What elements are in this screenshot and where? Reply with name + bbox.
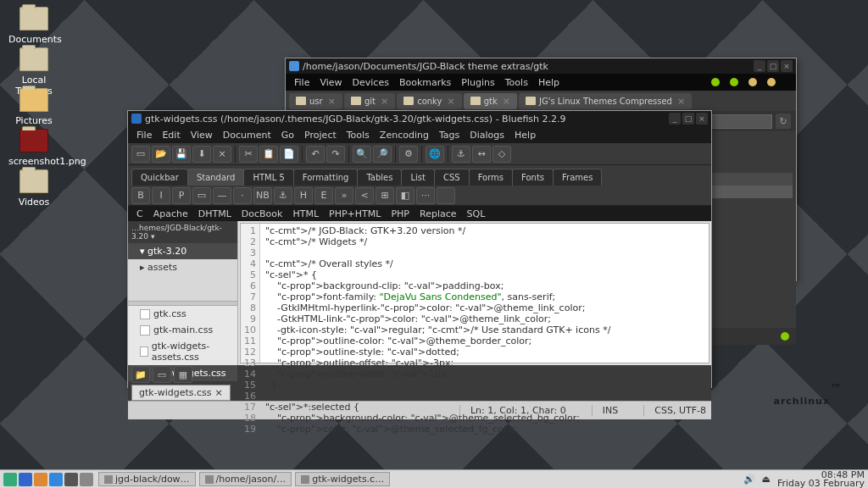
toolbar-button[interactable]: 📄 [280, 146, 298, 163]
toolbar-button[interactable]: ✂ [239, 146, 258, 163]
file-manager-menubar[interactable]: FileViewDevicesBookmarksPluginsToolsHelp [286, 74, 796, 91]
lang-bar[interactable]: CApacheDHTMLDocBookHTMLPHP+HTMLPHPReplac… [128, 206, 711, 221]
folder-tabs[interactable]: usr×git×conky×gtk×JG's Linux Themes Comp… [286, 91, 796, 111]
folder-tab[interactable]: JG's Linux Themes Compressed× [519, 93, 692, 109]
tab-standard[interactable]: Standard [187, 169, 245, 186]
tab-css[interactable]: CSS [434, 169, 470, 186]
lang-tab[interactable]: SQL [462, 208, 491, 219]
desktop-icon[interactable]: screenshot1.png [8, 129, 59, 167]
main-toolbar[interactable]: ▭📂💾⬇×✂📋📄↶↷🔍🔎⚙🌐⚓↔◇ [128, 143, 711, 165]
toolbar-button[interactable]: ↷ [326, 146, 345, 163]
tab-fonts[interactable]: Fonts [512, 169, 554, 186]
lang-tab[interactable]: PHP+HTML [324, 208, 386, 219]
path-crumb[interactable]: …hemes/JGD-Black/gtk-3.20 ▾ [128, 221, 237, 243]
toolbar-button[interactable]: ↶ [306, 146, 325, 163]
html-button[interactable]: B [131, 187, 150, 204]
html-button[interactable]: ◧ [396, 187, 415, 204]
tree-node[interactable]: gtk-3.20 [128, 243, 237, 259]
html-button[interactable]: ··· [416, 187, 435, 204]
toolbar-button[interactable]: 🌐 [426, 146, 444, 163]
toolbar-button[interactable]: 🔎 [373, 146, 392, 163]
chromium-icon[interactable] [49, 473, 63, 486]
tab-html 5[interactable]: HTML 5 [243, 169, 293, 186]
lang-tab[interactable]: Apache [148, 208, 193, 219]
document-tab[interactable]: gtk-widgets.css× [131, 385, 231, 401]
desktop-icon[interactable]: Documents [8, 7, 59, 45]
task-button[interactable]: /home/jason/… [199, 472, 292, 486]
toolbar-button[interactable]: 💾 [172, 146, 191, 163]
file-entry[interactable]: gtk-widgets-assets.css [128, 338, 237, 365]
folder-tab[interactable]: gtk× [464, 93, 517, 109]
menu-item[interactable]: Document [218, 130, 276, 141]
folder-tab[interactable]: conky× [397, 93, 462, 109]
desktop-icon[interactable]: Pictures [8, 88, 59, 126]
firefox-icon[interactable] [19, 473, 32, 486]
html-button[interactable]: ▭ [192, 187, 211, 204]
files-icon[interactable] [80, 473, 93, 486]
doc-icon[interactable]: ▭ [153, 366, 171, 383]
lang-tab[interactable]: DocBook [236, 208, 288, 219]
toolbar-button[interactable]: ◇ [492, 146, 511, 163]
lang-tab[interactable]: HTML [287, 208, 324, 219]
menu-item[interactable]: File [289, 77, 314, 88]
menu-item[interactable]: File [131, 130, 157, 141]
task-button[interactable]: gtk-widgets.c… [295, 472, 390, 486]
close-icon[interactable]: × [447, 96, 454, 107]
folder-icon[interactable]: 📁 [131, 366, 150, 383]
toolbar-button[interactable]: × [213, 146, 231, 163]
html-button[interactable]: E [314, 187, 333, 204]
max-button[interactable]: □ [682, 113, 694, 125]
editor-window[interactable]: gtk-widgets.css (/home/jason/.themes/JGD… [127, 110, 712, 388]
min-button[interactable]: _ [754, 60, 765, 72]
folder-tab[interactable]: usr× [289, 93, 342, 109]
lang-tab[interactable]: Replace [415, 208, 462, 219]
html-button[interactable]: NB [253, 187, 272, 204]
close-icon[interactable]: × [503, 96, 510, 107]
file-entry[interactable]: gtk-main.css [128, 322, 237, 338]
menu-item[interactable]: Devices [348, 77, 394, 88]
tray-icon[interactable]: ⏏ [762, 474, 771, 485]
code-editor[interactable]: 12345678910111213141516171819 "c-cmt">/*… [240, 223, 709, 363]
file-tree[interactable]: …hemes/JGD-Black/gtk-3.20 ▾ gtk-3.20asse… [128, 221, 238, 365]
tab-list[interactable]: List [401, 169, 434, 186]
tree-node[interactable]: assets [128, 259, 237, 275]
toolbar-button[interactable]: ▭ [131, 146, 150, 163]
menu-item[interactable]: Plugins [456, 77, 499, 88]
html-button[interactable]: » [335, 187, 353, 204]
menu-item[interactable]: Help [533, 77, 565, 88]
tab-group-bar[interactable]: QuickbarStandardHTML 5FormattingTablesLi… [128, 165, 711, 186]
task-button[interactable]: jgd-black/dow… [98, 472, 196, 486]
menu-item[interactable]: View [314, 77, 347, 88]
html-button[interactable]: < [355, 187, 374, 204]
html-toolbar[interactable]: BIP▭—·NB⚓HE»<⊞◧··· [128, 186, 711, 206]
editor-titlebar[interactable]: gtk-widgets.css (/home/jason/.themes/JGD… [128, 111, 711, 126]
tab-forms[interactable]: Forms [469, 169, 513, 186]
code-content[interactable]: "c-cmt">/* JGD-Black: GTK+3.20 version *… [260, 224, 615, 363]
close-icon[interactable]: × [677, 96, 685, 107]
menu-item[interactable]: Zencoding [375, 130, 434, 141]
toolbar-button[interactable]: ⚓ [452, 146, 470, 163]
tab-formatting[interactable]: Formatting [293, 169, 359, 186]
min-button[interactable]: _ [669, 113, 681, 125]
menu-item[interactable]: Go [276, 130, 299, 141]
html-button[interactable] [437, 187, 455, 204]
lang-tab[interactable]: PHP [386, 208, 415, 219]
toolbar-button[interactable]: 📋 [259, 146, 278, 163]
taskbar-panel[interactable]: jgd-black/dow…/home/jason/…gtk-widgets.c… [0, 469, 868, 488]
menu-item[interactable]: View [186, 130, 218, 141]
menu-icon[interactable] [3, 473, 17, 486]
grid-icon[interactable]: ▦ [174, 366, 192, 383]
close-button[interactable]: × [696, 113, 708, 125]
document-tabs[interactable]: gtk-widgets.css× [128, 384, 711, 401]
menu-item[interactable]: Project [299, 130, 342, 141]
toolbar-button[interactable]: 🔍 [353, 146, 371, 163]
max-button[interactable]: □ [767, 60, 779, 72]
menu-item[interactable]: Edit [157, 130, 185, 141]
html-button[interactable]: P [172, 187, 191, 204]
menu-item[interactable]: Bookmarks [394, 77, 456, 88]
html-button[interactable]: ⊞ [376, 187, 394, 204]
folder-tab[interactable]: git× [344, 93, 395, 109]
firefox2-icon[interactable] [34, 473, 47, 486]
menu-item[interactable]: Tags [434, 130, 465, 141]
html-button[interactable]: — [213, 187, 231, 204]
